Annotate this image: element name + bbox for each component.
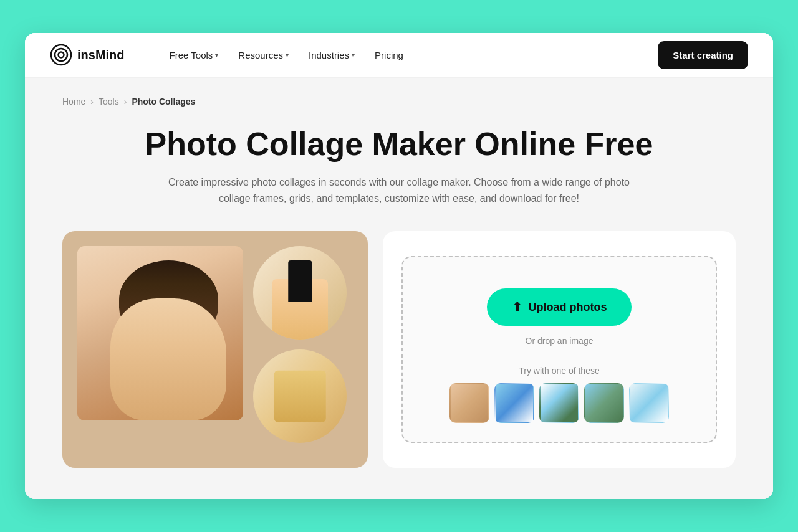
try-image-1[interactable] bbox=[449, 383, 489, 423]
try-image-5[interactable] bbox=[629, 383, 669, 423]
breadcrumb-separator-2: › bbox=[124, 97, 127, 107]
browser-window: insMind Free Tools ▾ Resources ▾ Industr… bbox=[25, 33, 773, 499]
logo-link[interactable]: insMind bbox=[50, 44, 125, 66]
nav-industries[interactable]: Industries ▾ bbox=[301, 45, 362, 65]
hero-subtitle: Create impressive photo collages in seco… bbox=[168, 174, 630, 206]
nav-free-tools[interactable]: Free Tools ▾ bbox=[162, 45, 226, 65]
nav-pricing[interactable]: Pricing bbox=[367, 45, 411, 65]
logo-text: insMind bbox=[77, 48, 125, 62]
breadcrumb-tools[interactable]: Tools bbox=[99, 97, 119, 107]
tool-area: ⬆ Upload photos Or drop an image Try wit… bbox=[62, 231, 736, 468]
hero-section: Photo Collage Maker Online Free Create i… bbox=[62, 126, 736, 206]
nav-resources[interactable]: Resources ▾ bbox=[231, 45, 296, 65]
try-image-4[interactable] bbox=[584, 383, 624, 423]
upload-drop-zone[interactable]: ⬆ Upload photos Or drop an image Try wit… bbox=[401, 256, 717, 443]
breadcrumb-home[interactable]: Home bbox=[62, 97, 85, 107]
navbar: insMind Free Tools ▾ Resources ▾ Industr… bbox=[25, 33, 773, 78]
face-image-simulation bbox=[77, 246, 243, 420]
breadcrumb: Home › Tools › Photo Collages bbox=[62, 97, 736, 107]
svg-point-1 bbox=[55, 49, 67, 61]
main-content: Home › Tools › Photo Collages Photo Coll… bbox=[25, 78, 773, 499]
try-image-3[interactable] bbox=[539, 383, 579, 423]
upload-panel: ⬆ Upload photos Or drop an image Try wit… bbox=[383, 231, 736, 468]
chevron-down-icon: ▾ bbox=[286, 52, 289, 59]
logo-icon bbox=[50, 44, 72, 66]
chevron-down-icon: ▾ bbox=[215, 52, 218, 59]
try-image-2[interactable] bbox=[494, 383, 534, 423]
start-creating-button[interactable]: Start creating bbox=[658, 41, 748, 69]
try-label: Try with one of these bbox=[519, 366, 599, 376]
try-images-row bbox=[449, 383, 669, 423]
page-title: Photo Collage Maker Online Free bbox=[62, 126, 736, 162]
try-section: Try with one of these bbox=[421, 366, 697, 423]
breadcrumb-current: Photo Collages bbox=[132, 97, 195, 107]
upload-photos-button[interactable]: ⬆ Upload photos bbox=[487, 288, 632, 326]
collage-preview bbox=[62, 231, 368, 468]
svg-point-2 bbox=[59, 52, 64, 58]
breadcrumb-separator-1: › bbox=[90, 97, 94, 107]
collage-main-image bbox=[77, 246, 243, 420]
collage-circle-bottom bbox=[253, 349, 347, 443]
collage-left-panel bbox=[77, 246, 243, 453]
collage-right-panel bbox=[253, 246, 353, 453]
nav-links: Free Tools ▾ Resources ▾ Industries ▾ Pr… bbox=[162, 45, 633, 65]
collage-circle-top bbox=[253, 246, 347, 340]
chevron-down-icon: ▾ bbox=[352, 52, 355, 59]
upload-icon: ⬆ bbox=[512, 300, 522, 315]
or-drop-text: Or drop an image bbox=[526, 336, 594, 346]
